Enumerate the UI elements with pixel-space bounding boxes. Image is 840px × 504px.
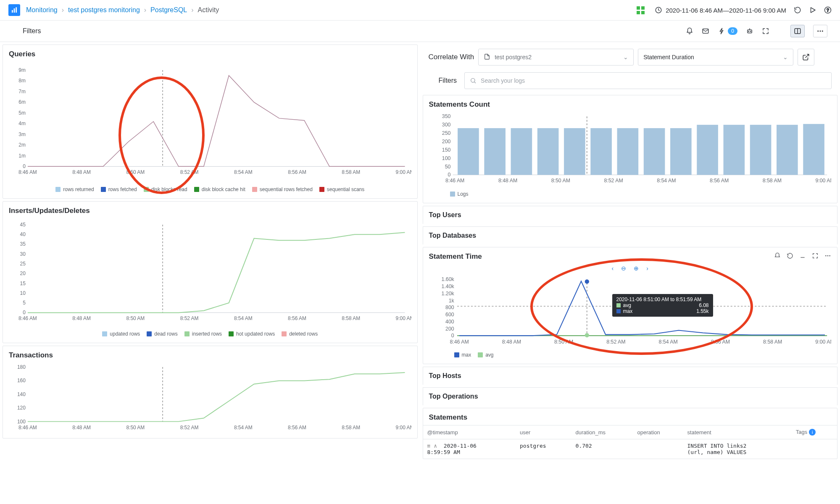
- svg-text:8:46 AM: 8:46 AM: [18, 169, 37, 175]
- table-row[interactable]: ≡ ∧ 2020-11-06 8:59:59 AMpostgres0.702IN…: [423, 439, 837, 459]
- svg-text:1m: 1m: [18, 153, 26, 159]
- metric-select[interactable]: Statement Duration ⌄: [638, 49, 793, 66]
- svg-point-105: [829, 255, 830, 257]
- search-icon: [470, 77, 477, 84]
- svg-text:8:58 AM: 8:58 AM: [763, 339, 782, 345]
- top-operations-section[interactable]: Top Operations: [423, 387, 838, 405]
- breadcrumb-dashboard[interactable]: test postgres monitoring: [68, 6, 140, 14]
- svg-text:8:50 AM: 8:50 AM: [551, 178, 570, 184]
- svg-text:8:50 AM: 8:50 AM: [554, 339, 573, 345]
- expand-icon[interactable]: [812, 252, 819, 259]
- zoom-in-icon[interactable]: ⊕: [634, 265, 639, 272]
- svg-text:8:46 AM: 8:46 AM: [18, 316, 37, 322]
- apps-grid-icon[interactable]: [637, 6, 645, 14]
- svg-text:300: 300: [442, 122, 450, 128]
- transactions-chart[interactable]: 100120140160180 8:46 AM8:48 AM8:50 AM8:5…: [3, 363, 417, 438]
- svg-text:8:54 AM: 8:54 AM: [234, 316, 253, 322]
- top-hosts-section[interactable]: Top Hosts: [423, 367, 838, 385]
- svg-text:9:00 AM: 9:00 AM: [396, 316, 411, 322]
- queries-chart[interactable]: 01m2m3m4m5m6m7m8m9m 8:46 AM8:48 AM8:50 A…: [3, 62, 417, 198]
- robot-icon[interactable]: [746, 27, 753, 35]
- statement-time-chart[interactable]: 02004006008001k1.20k1.40k1.60k 8:46 AM8:…: [423, 275, 837, 364]
- anomaly-badge[interactable]: 0: [718, 27, 737, 35]
- svg-point-104: [827, 255, 829, 257]
- top-databases-section[interactable]: Top Databases: [423, 226, 838, 244]
- more-icon[interactable]: [824, 252, 831, 259]
- svg-point-127: [585, 333, 589, 337]
- svg-point-12: [817, 31, 819, 32]
- play-icon[interactable]: [809, 6, 816, 14]
- transactions-panel: Transactions 100120140160180 8:46 AM8:48…: [3, 346, 418, 439]
- queries-legend: rows returnedrows fetcheddisk blocks rea…: [9, 183, 411, 194]
- chevron-down-icon: ⌄: [783, 54, 788, 60]
- filters-button[interactable]: Filters: [13, 27, 41, 35]
- breadcrumb-postgresql[interactable]: PostgreSQL: [150, 6, 187, 14]
- svg-text:350: 350: [442, 113, 450, 119]
- svg-text:250: 250: [442, 130, 450, 136]
- svg-text:8:58 AM: 8:58 AM: [342, 169, 360, 175]
- refresh-icon[interactable]: [787, 252, 793, 259]
- svg-text:30: 30: [20, 251, 26, 257]
- svg-text:8:54 AM: 8:54 AM: [657, 178, 676, 184]
- svg-text:8:52 AM: 8:52 AM: [604, 178, 623, 184]
- svg-text:8:48 AM: 8:48 AM: [502, 339, 521, 345]
- svg-text:8:56 AM: 8:56 AM: [288, 169, 306, 175]
- svg-text:4m: 4m: [18, 121, 26, 126]
- mail-icon[interactable]: [702, 27, 709, 35]
- svg-text:8:56 AM: 8:56 AM: [711, 339, 729, 345]
- svg-text:160: 160: [17, 378, 26, 383]
- time-range-text: 2020-11-06 8:46 AM—2020-11-06 9:00 AM: [666, 7, 786, 14]
- time-range-picker[interactable]: 2020-11-06 8:46 AM—2020-11-06 9:00 AM: [655, 6, 786, 14]
- iud-chart[interactable]: 051015202530354045 8:46 AM8:48 AM8:50 AM…: [3, 218, 417, 342]
- svg-text:7m: 7m: [18, 89, 26, 94]
- svg-text:6m: 6m: [18, 99, 26, 105]
- help-icon[interactable]: ?: [824, 6, 832, 14]
- svg-text:8:52 AM: 8:52 AM: [606, 339, 625, 345]
- svg-text:8:50 AM: 8:50 AM: [126, 316, 145, 322]
- svg-rect-93: [590, 128, 612, 175]
- metric-select-value: Statement Duration: [643, 54, 694, 60]
- statements-count-chart[interactable]: 050100150200250300350 8:46 AM8:48 AM8:50…: [423, 112, 837, 203]
- correlate-label: Correlate With: [429, 53, 474, 61]
- svg-text:600: 600: [445, 312, 454, 318]
- svg-text:3m: 3m: [18, 131, 26, 137]
- more-menu-button[interactable]: [813, 25, 827, 37]
- svg-text:8:48 AM: 8:48 AM: [72, 424, 91, 430]
- split-view-button[interactable]: [790, 25, 805, 37]
- chart-nav: ‹ ⊖ ⊕ ›: [423, 264, 837, 275]
- right-pane: Correlate With test postgres2 ⌄ Statemen…: [420, 42, 840, 462]
- prev-icon[interactable]: ‹: [612, 265, 614, 272]
- right-filters-button[interactable]: Filters: [429, 77, 457, 84]
- svg-text:8:54 AM: 8:54 AM: [234, 169, 253, 175]
- refresh-icon[interactable]: [794, 6, 801, 14]
- open-external-button[interactable]: [798, 49, 814, 66]
- svg-text:100: 100: [17, 418, 26, 424]
- svg-text:8m: 8m: [18, 78, 26, 84]
- search-input[interactable]: Search your logs: [464, 72, 832, 89]
- bell-icon[interactable]: [686, 27, 693, 35]
- svg-text:200: 200: [445, 326, 454, 332]
- svg-text:180: 180: [17, 364, 26, 370]
- filters-label: Filters: [23, 27, 41, 35]
- next-icon[interactable]: ›: [646, 265, 648, 272]
- svg-text:8:58 AM: 8:58 AM: [762, 178, 781, 184]
- svg-text:1.60k: 1.60k: [441, 277, 454, 283]
- iud-legend: updated rowsdead rowsinserted rowshot up…: [9, 328, 411, 339]
- file-select[interactable]: test postgres2 ⌄: [478, 49, 634, 66]
- svg-text:8:56 AM: 8:56 AM: [288, 316, 306, 322]
- svg-text:5m: 5m: [18, 110, 26, 116]
- correlate-bar: Correlate With test postgres2 ⌄ Statemen…: [423, 45, 838, 70]
- statement-time-legend: maxavg: [429, 349, 832, 360]
- svg-text:0: 0: [23, 163, 26, 169]
- top-users-section[interactable]: Top Users: [423, 206, 838, 224]
- svg-text:200: 200: [442, 139, 450, 144]
- bell-icon[interactable]: [774, 252, 781, 259]
- fullscreen-icon[interactable]: [762, 27, 769, 35]
- minimize-icon[interactable]: [799, 252, 806, 259]
- app-logo[interactable]: [8, 4, 20, 16]
- svg-text:400: 400: [445, 319, 454, 325]
- breadcrumb-monitoring[interactable]: Monitoring: [26, 6, 58, 14]
- zoom-out-icon[interactable]: ⊖: [621, 265, 626, 272]
- svg-text:8:48 AM: 8:48 AM: [72, 316, 91, 322]
- clock-icon: [655, 6, 662, 14]
